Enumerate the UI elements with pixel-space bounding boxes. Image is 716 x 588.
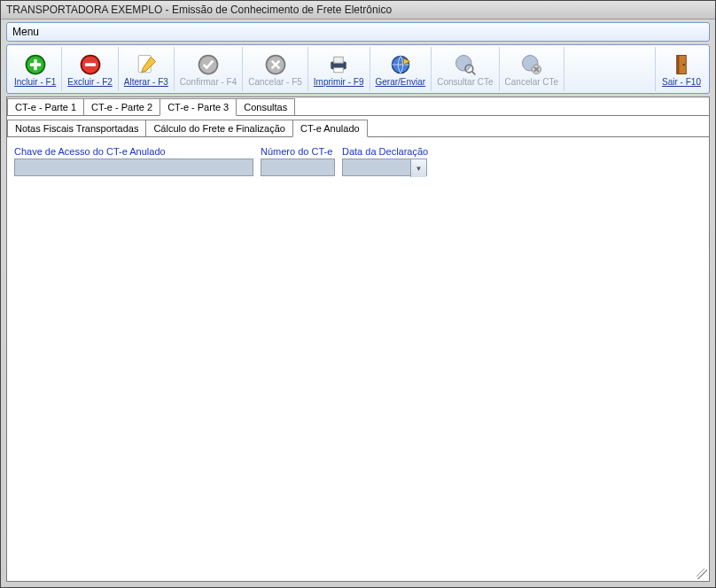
window-title: TRANSPORTADORA EXEMPLO - Emissão de Conh… [1,1,715,19]
svg-rect-9 [334,57,344,63]
gerar-label: Gerar/Enviar [376,77,426,87]
globe-search-icon [453,52,478,77]
excluir-label: Excluir - F2 [67,77,113,87]
numero-cte-input[interactable] [261,159,335,176]
globe-cancel-icon [519,52,544,77]
resize-grip-icon[interactable] [697,569,707,579]
tab-cte-anulado[interactable]: CT-e Anulado [292,120,368,137]
incluir-button[interactable]: Incluir - F1 [9,47,62,91]
confirmar-label: Confirmar - F4 [180,77,237,87]
content-panel: Chave de Acesso do CT-e Anulado Número d… [6,137,710,582]
numero-cte-label: Número do CT-e [261,146,335,157]
toolbar: Incluir - F1 Excluir - F2 Alterar - F3 C… [6,44,710,94]
svg-rect-4 [84,63,95,66]
alterar-button[interactable]: Alterar - F3 [119,47,175,91]
consultar-cte-button: Consultar CTe [432,47,499,91]
svg-rect-2 [29,63,40,66]
secondary-tabs: Notas Fiscais Transportadas Cálculo do F… [6,116,710,137]
imprimir-label: Imprimir - F9 [314,77,364,87]
chave-acesso-input[interactable] [14,159,253,176]
alterar-label: Alterar - F3 [124,77,168,87]
cancelar-cte-label: Cancelar CTe [505,77,559,87]
tab-consultas[interactable]: Consultas [236,98,295,115]
consultar-label: Consultar CTe [437,77,493,87]
svg-point-12 [455,55,471,71]
data-declaracao-input[interactable]: ▼ [342,159,427,176]
chevron-down-icon[interactable]: ▼ [410,159,426,177]
tab-cte-parte-2[interactable]: CT-e - Parte 2 [83,98,160,115]
sair-button[interactable]: Sair - F10 [656,47,707,91]
imprimir-button[interactable]: Imprimir - F9 [308,47,370,91]
tab-calculo-frete[interactable]: Cálculo do Frete e Finalização [145,120,293,136]
edit-document-icon [134,52,159,77]
sair-label: Sair - F10 [662,77,701,87]
primary-tabs: CT-e - Parte 1 CT-e - Parte 2 CT-e - Par… [6,97,710,116]
svg-point-19 [683,63,685,65]
menu-item-menu[interactable]: Menu [12,26,39,38]
svg-line-14 [472,71,476,74]
printer-icon [326,52,351,77]
check-circle-icon [196,52,221,77]
excluir-button[interactable]: Excluir - F2 [62,47,119,91]
data-declaracao-label: Data da Declaração [342,146,428,157]
tab-notas-fiscais[interactable]: Notas Fiscais Transportadas [7,120,146,136]
tab-cte-parte-3[interactable]: CT-e - Parte 3 [160,98,237,116]
cancelar-cte-button: Cancelar CTe [500,47,565,91]
toolbar-spacer [564,47,656,91]
tab-cte-parte-1[interactable]: CT-e - Parte 1 [7,98,84,115]
x-circle-icon [263,52,288,77]
menu-bar[interactable]: Menu [6,22,710,42]
plus-circle-icon [23,52,48,77]
minus-circle-icon [78,52,103,77]
svg-rect-18 [677,55,680,74]
svg-rect-10 [334,67,344,72]
confirmar-button: Confirmar - F4 [175,47,243,91]
chave-acesso-label: Chave de Acesso do CT-e Anulado [14,146,253,157]
cancelar-label: Cancelar - F5 [248,77,302,87]
door-exit-icon [669,52,694,77]
incluir-label: Incluir - F1 [14,77,56,87]
cancelar-button: Cancelar - F5 [243,47,308,91]
globe-send-icon [388,52,413,77]
gerar-enviar-button[interactable]: Gerar/Enviar [370,47,432,91]
app-window: TRANSPORTADORA EXEMPLO - Emissão de Conh… [0,0,716,588]
